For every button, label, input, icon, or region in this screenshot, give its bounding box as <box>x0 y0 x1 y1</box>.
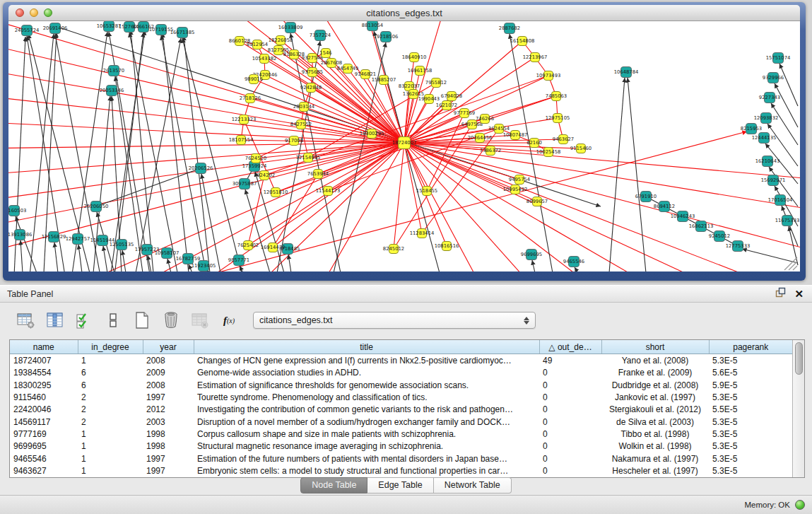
table-cell: Tibbo et al. (1998) <box>601 428 709 440</box>
table-row[interactable]: 911546021997Tourette syndrome. Phenomeno… <box>10 391 792 403</box>
table-toolbar: f(x) citations_edges.txt <box>17 311 536 329</box>
canvas-resize-grip[interactable] <box>784 257 797 270</box>
close-panel-icon[interactable]: ✕ <box>794 288 804 299</box>
column-header-pagerank[interactable]: pagerank <box>709 340 792 354</box>
graph-node-label: 28160503 <box>8 208 26 214</box>
table-cell: 0 <box>539 440 601 452</box>
minimize-window-button[interactable] <box>30 8 38 17</box>
table-cell: 2 <box>78 416 143 428</box>
tab-network-table[interactable]: Network Table <box>434 477 512 493</box>
table-cell: 5.3E-5 <box>709 465 792 477</box>
graph-edge <box>628 78 646 271</box>
graph-node-label: 30975887 <box>233 181 257 187</box>
dropdown-arrows-icon <box>524 317 529 325</box>
table-cell: 9463627 <box>10 465 78 477</box>
table-cell: 0 <box>539 379 601 391</box>
graph-node-label: 20691406 <box>43 25 68 31</box>
table-cell: Genome-wide association studies in ADHD. <box>194 366 539 378</box>
table-cell: 49 <box>539 354 601 367</box>
network-window-titlebar[interactable]: citations_edges.txt <box>8 5 800 21</box>
graph-node-label: 25206050 <box>84 204 109 209</box>
graph-edge <box>103 246 107 271</box>
column-header-name[interactable]: name <box>10 340 78 354</box>
graph-node-label: 10958107 <box>155 250 180 256</box>
graph-node-label: 11675333 <box>775 218 800 223</box>
column-header-year[interactable]: year <box>143 340 194 354</box>
status-bar: Memory: OK <box>0 495 812 514</box>
tab-node-table[interactable]: Node Table <box>300 477 367 493</box>
table-row[interactable]: 946554611997Estimation of the future num… <box>10 452 792 465</box>
graph-node-label: 16782759 <box>176 256 201 262</box>
table-cell: 1997 <box>143 391 194 403</box>
table-cell: 5.3E-5 <box>709 452 792 465</box>
table-selector-value: citations_edges.txt <box>259 315 333 325</box>
graph-edge <box>404 143 609 271</box>
column-header-out-de-[interactable]: △ out_de… <box>539 340 601 354</box>
table-cell: 1997 <box>143 452 194 465</box>
table-cell: Stergiakouli et al. (2012) <box>601 404 709 416</box>
hide-rows-icon[interactable] <box>104 311 122 329</box>
table-cell: Disruption of a novel member of a sodium… <box>194 416 539 428</box>
scrollbar-thumb[interactable] <box>795 342 803 375</box>
table-cell: 9465546 <box>10 452 78 465</box>
graph-node-label: 10025458 <box>536 149 561 155</box>
select-all-icon[interactable] <box>75 311 93 329</box>
table-row[interactable]: 1938455462009Genome-wide association stu… <box>10 366 792 378</box>
graph-edge <box>742 249 798 263</box>
table-settings-icon[interactable] <box>17 311 35 329</box>
graph-edge <box>255 172 284 271</box>
table-cell: Wolkin et al. (1998) <box>601 440 709 452</box>
graph-node-label: 9495754 <box>509 177 530 182</box>
float-panel-icon[interactable] <box>775 287 786 300</box>
graph-node-label: 12942757 <box>66 236 90 242</box>
table-selector-dropdown[interactable]: citations_edges.txt <box>253 312 536 329</box>
graph-node-label: 2867608 <box>321 60 342 66</box>
table-scrollbar[interactable] <box>792 340 804 477</box>
tab-edge-table[interactable]: Edge Table <box>367 477 433 493</box>
graph-node-label: 12156829 <box>42 234 66 240</box>
delete-table-icon[interactable] <box>191 311 209 329</box>
table-row[interactable]: 1872400712008Changes of HCN gene express… <box>10 354 792 367</box>
graph-node-label: 7653944 <box>307 171 329 177</box>
column-header-short[interactable]: short <box>601 340 709 354</box>
network-canvas[interactable]: 2405572420691406106532871527602646616210… <box>8 21 800 271</box>
memory-status-indicator[interactable] <box>795 500 805 510</box>
graph-node-label: 10816516 <box>435 243 459 249</box>
graph-node-label: 16033809 <box>278 25 303 30</box>
table-row[interactable]: 969969511998Structural magnetic resonanc… <box>10 440 792 452</box>
zoom-window-button[interactable] <box>44 8 52 17</box>
graph-node-label: 20206526 <box>189 165 213 171</box>
table-row[interactable]: 946362711997Embryonic stem cells: a mode… <box>10 465 792 477</box>
graph-node-label: 12093832 <box>754 115 779 121</box>
graph-node-label: 6497568 <box>461 122 483 127</box>
new-column-icon[interactable] <box>133 311 151 329</box>
table-row[interactable]: 977716911998Corpus callosum shape and si… <box>10 428 792 440</box>
graph-node-label: 16862113 <box>689 223 714 229</box>
graph-edge <box>184 36 210 271</box>
memory-status-label: Memory: OK <box>744 501 790 509</box>
table-cell: 19384554 <box>10 366 78 378</box>
table-row[interactable]: 1830029562008Estimation of significance … <box>10 379 792 391</box>
graph-node-label: 12213323 <box>232 117 257 122</box>
function-builder-icon[interactable]: f(x) <box>220 311 238 329</box>
table-cell: 0 <box>539 465 601 477</box>
column-header-in-degree[interactable]: in_degree <box>78 340 143 354</box>
close-window-button[interactable] <box>16 8 24 17</box>
graph-edge <box>78 245 82 271</box>
table-row[interactable]: 1456911722003Disruption of a novel membe… <box>10 416 792 428</box>
table-cell: Estimation of significance thresholds fo… <box>194 379 539 391</box>
graph-node-label: 6791910 <box>635 194 657 199</box>
delete-column-icon[interactable] <box>162 311 180 329</box>
show-column-icon[interactable] <box>46 311 64 329</box>
node-table: namein_degreeyeartitle△ out_de…shortpage… <box>9 339 805 478</box>
table-cell: de Silva et al. (2003) <box>601 416 709 428</box>
citation-network-graph[interactable]: 2405572420691406106532871527602646616210… <box>8 21 800 271</box>
graph-node-label: 8813054 <box>362 23 383 28</box>
graph-node-label: 10648784 <box>614 69 639 75</box>
column-header-title[interactable]: title <box>194 340 539 354</box>
graph-node-label: 19218506 <box>374 34 399 40</box>
table-row[interactable]: 2242004622012Investigating the contribut… <box>10 404 792 416</box>
table-panel-title: Table Panel <box>7 289 53 299</box>
graph-node-label: 20053346 <box>100 88 124 93</box>
table-cell: Investigating the contribution of common… <box>194 404 539 416</box>
